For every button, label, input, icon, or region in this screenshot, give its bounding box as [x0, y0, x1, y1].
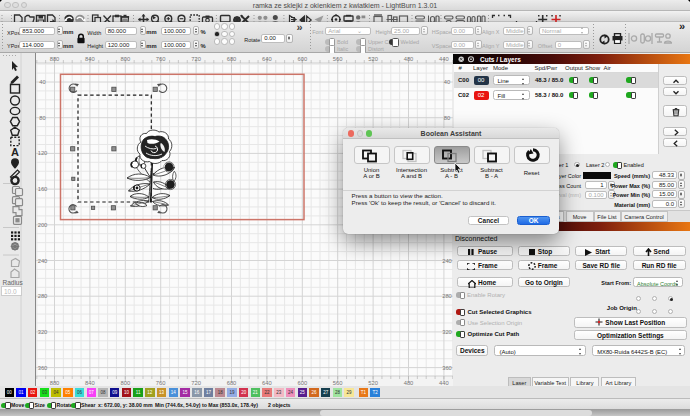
- svg-text:760: 760: [156, 380, 166, 386]
- svg-text:520: 520: [368, 380, 378, 386]
- svg-text:680: 680: [227, 380, 237, 386]
- svg-text:320: 320: [38, 329, 48, 335]
- svg-text:440: 440: [439, 380, 449, 386]
- svg-text:840: 840: [85, 56, 95, 62]
- svg-text:200: 200: [38, 222, 48, 228]
- svg-text:80: 80: [444, 115, 450, 121]
- svg-text:360: 360: [38, 365, 48, 371]
- svg-text:480: 480: [404, 56, 414, 62]
- svg-text:720: 720: [191, 380, 201, 386]
- svg-text:720: 720: [191, 56, 201, 62]
- svg-text:880: 880: [50, 380, 60, 386]
- svg-text:640: 640: [262, 380, 272, 386]
- svg-text:Radius: Radius: [3, 279, 24, 286]
- svg-text:520: 520: [368, 56, 378, 62]
- svg-text:480: 480: [404, 380, 414, 386]
- svg-text:600: 600: [297, 56, 307, 62]
- svg-text:240: 240: [442, 258, 452, 264]
- svg-text:40: 40: [444, 79, 450, 85]
- svg-text:880: 880: [50, 56, 60, 62]
- svg-text:800: 800: [120, 56, 130, 62]
- svg-text:600: 600: [297, 380, 307, 386]
- svg-text:560: 560: [333, 56, 343, 62]
- svg-text:A: A: [11, 146, 19, 158]
- svg-text:120: 120: [38, 150, 48, 156]
- svg-text:160: 160: [38, 186, 48, 192]
- svg-text:280: 280: [38, 293, 48, 299]
- svg-text:640: 640: [262, 56, 272, 62]
- svg-text:360: 360: [442, 365, 452, 371]
- svg-text:80: 80: [39, 115, 45, 121]
- svg-text:800: 800: [120, 380, 130, 386]
- svg-text:680: 680: [227, 56, 237, 62]
- svg-text:40: 40: [39, 79, 45, 85]
- svg-text:440: 440: [439, 56, 449, 62]
- svg-text:280: 280: [442, 293, 452, 299]
- svg-text:320: 320: [442, 329, 452, 335]
- svg-text:10.0: 10.0: [4, 288, 17, 295]
- svg-text:760: 760: [156, 56, 166, 62]
- svg-text:560: 560: [333, 380, 343, 386]
- svg-text:840: 840: [85, 380, 95, 386]
- svg-text:240: 240: [38, 258, 48, 264]
